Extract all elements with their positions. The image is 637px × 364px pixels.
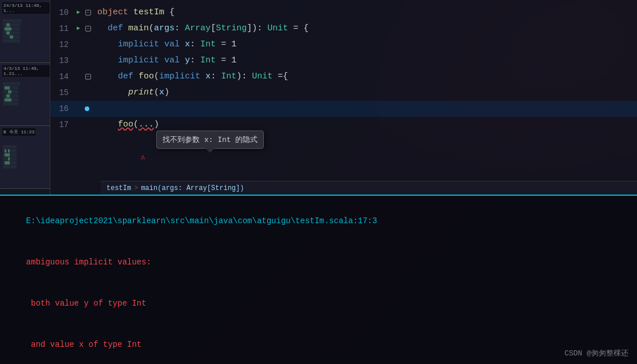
code-lines: 10 ▶ − object testIm { 11 ▶ − def main(a…: [50, 0, 637, 137]
line-num-16: 16: [50, 101, 73, 117]
terminal-area: E:\ideaproject2021\sparklearn\src\main\j…: [0, 195, 637, 364]
line-num-17: 17: [50, 117, 73, 133]
tooltip-popup: 找不到参数 x: Int 的隐式: [156, 130, 264, 149]
code-line-11: 11 ▶ − def main(args: Array[String]): Un…: [50, 21, 637, 37]
sidebar-time-2: 4/3/13 11:49, 1.21...: [2, 65, 50, 77]
breadcrumb-sep: >: [134, 184, 138, 192]
tooltip-text: 找不到参数 x: Int 的隐式: [163, 136, 258, 144]
terminal-line-3: and value x of type Int: [7, 324, 630, 364]
sidebar-thumb-2[interactable]: 4/3/13 11:49, 1.21... ░░░░░░░░░░ ░▓▓▓░░░…: [0, 63, 50, 126]
file-path-text: E:\ideaproject2021\sparklearn\src\main\j…: [26, 216, 377, 225]
terminal-line-1: ambiguous implicit values:: [7, 242, 630, 283]
line-num-11: 11: [50, 21, 73, 37]
line-num-14: 14: [50, 69, 73, 85]
editor-container: 24/3/13 11:49, 1... ░░░░░░░░░░░ ░░▓▓░░░░…: [0, 0, 637, 195]
code-line-16: 16: [50, 101, 637, 117]
fold-btn-11[interactable]: −: [84, 26, 93, 31]
terminal-text-2: both value y of type Int: [26, 299, 147, 308]
watermark-text: CSDN @匆匆整棵还: [564, 349, 628, 358]
line-num-10: 10: [50, 5, 73, 21]
fold-btn-10[interactable]: −: [84, 10, 93, 15]
breadcrumb-root: testIm: [106, 184, 131, 192]
terminal-text-1: ambiguous implicit values:: [26, 258, 151, 267]
run-arrow-11: ▶: [77, 21, 80, 37]
code-line-17: 17 foo(...): [50, 117, 637, 133]
terminal-filepath: E:\ideaproject2021\sparklearn\src\main\j…: [7, 200, 630, 242]
line-num-13: 13: [50, 53, 73, 69]
code-line-15: 15 print(x): [50, 85, 637, 101]
fold-btn-14[interactable]: −: [84, 74, 93, 80]
terminal-line-2: both value y of type Int: [7, 283, 630, 324]
line-content-10: object testIm {: [93, 5, 637, 21]
sidebar: 24/3/13 11:49, 1... ░░░░░░░░░░░ ░░▓▓░░░░…: [0, 0, 50, 195]
line-content-15: print(x): [93, 85, 637, 101]
run-arrow-10: ▶: [77, 5, 80, 21]
breadcrumb-child: main(args: Array[String]): [141, 184, 244, 192]
line-num-12: 12: [50, 37, 73, 53]
code-line-13: 13 implicit val y: Int = 1: [50, 53, 637, 69]
sidebar-thumb-1[interactable]: 24/3/13 11:49, 1... ░░░░░░░░░░░ ░░▓▓░░░░…: [0, 0, 50, 63]
code-line-12: 12 implicit val x: Int = 1: [50, 37, 637, 53]
line-content-11: def main(args: Array[String]): Unit = {: [93, 21, 637, 37]
code-line-10: 10 ▶ − object testIm {: [50, 5, 637, 21]
sidebar-time-3: B 今天 11:23: [2, 128, 35, 136]
watermark: CSDN @匆匆整棵还: [564, 348, 628, 358]
resize-handle[interactable]: [0, 195, 637, 196]
breakpoint-indicator: [85, 106, 89, 111]
error-icon: ⚠: [141, 152, 145, 161]
run-btn-11[interactable]: ▶: [73, 21, 84, 37]
sidebar-time-1: 24/3/13 11:49, 1...: [2, 2, 50, 14]
run-btn-10[interactable]: ▶: [73, 5, 84, 21]
terminal-text-3: and value x of type Int: [26, 340, 142, 349]
line-num-15: 15: [50, 85, 73, 101]
line-content-14: def foo(implicit x: Int): Unit ={: [93, 69, 637, 85]
line-content-12: implicit val x: Int = 1: [93, 37, 637, 53]
code-line-14: 14 − def foo(implicit x: Int): Unit ={: [50, 69, 637, 85]
sidebar-thumb-3[interactable]: B 今天 11:23 ░░░░░░░░ ░▓░▓░░░░ ░▓▓▓░░░░ ░░…: [0, 126, 50, 189]
breadcrumb-bar: testIm > main(args: Array[String]): [101, 181, 637, 195]
code-editor: 10 ▶ − object testIm { 11 ▶ − def main(a…: [50, 0, 637, 195]
line-content-13: implicit val y: Int = 1: [93, 53, 637, 69]
